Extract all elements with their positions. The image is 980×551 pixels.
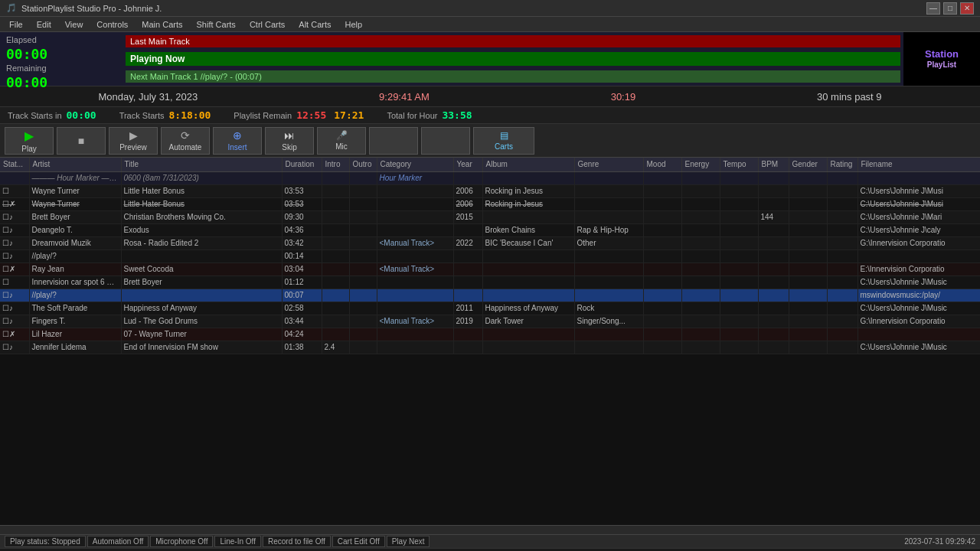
stop-button[interactable]: ■ — [57, 127, 106, 155]
play-button[interactable]: ▶ Play — [5, 127, 54, 155]
cell-gender — [789, 249, 827, 262]
cell-energy — [681, 315, 720, 328]
table-row[interactable]: ☐♪Deangelo T.Exodus04:36Broken ChainsRap… — [0, 223, 980, 236]
header-bpm: BPM — [758, 158, 789, 171]
table-row[interactable]: ☐✗Lil Hazer07 - Wayne Turner04:24 — [0, 328, 980, 341]
table-row[interactable]: ☐Wayne TurnerLittle Hater Bonus03:532006… — [0, 184, 980, 197]
table-row[interactable]: ☐✗Wayne TurnerLittle Hater Bonus03:53200… — [0, 197, 980, 210]
table-row[interactable]: ☐♪Brett BoyerChristian Brothers Moving C… — [0, 210, 980, 223]
skip-icon: ⏭ — [284, 129, 295, 142]
cell-filename: C:\Users\Johnnie J\Musi — [858, 184, 980, 197]
table-row[interactable]: ☐✗Ray JeanSweet Cocoda03:04<Manual Track… — [0, 262, 980, 276]
menu-edit[interactable]: Edit — [31, 18, 57, 31]
cell-bpm — [758, 223, 789, 236]
cell-outro — [349, 210, 377, 223]
cell-energy — [681, 171, 720, 184]
table-row[interactable]: ☐Innervision car spot 6 10 2016Brett Boy… — [0, 276, 980, 289]
carts-button[interactable]: ▤ Carts — [473, 127, 534, 155]
cell-intro — [322, 236, 349, 249]
play-icon: ▶ — [24, 129, 34, 143]
cell-tempo — [720, 236, 758, 249]
cell-duration: 00:07 — [282, 289, 322, 302]
cell-filename: C:\Users\Johnnie J\Music — [858, 341, 980, 354]
cell-rating — [827, 184, 858, 197]
last-main-track-label: Last Main Track — [130, 37, 190, 46]
cell-duration: 09:30 — [282, 210, 322, 223]
cell-bpm — [758, 315, 789, 328]
menu-alt-carts[interactable]: Alt Carts — [292, 18, 337, 31]
cell-status: ☐♪ — [0, 341, 29, 354]
cell-rating — [827, 276, 858, 289]
table-row[interactable]: ☐♪Dreamvoid MuzikRosa - Radio Edited 203… — [0, 236, 980, 249]
insert-button[interactable]: ⊕ Insert — [213, 127, 262, 155]
insert-label: Insert — [227, 143, 247, 152]
maximize-button[interactable]: □ — [943, 2, 957, 15]
table-row[interactable]: ——— Hour Marker ———0600 (8am 7/31/2023)H… — [0, 171, 980, 184]
cell-mood — [643, 249, 681, 262]
cell-album — [482, 341, 574, 354]
app-title: StationPlaylist Studio Pro - Johnnie J. — [21, 4, 162, 13]
cell-gender — [789, 262, 827, 276]
blank-button-1[interactable] — [369, 127, 418, 155]
menu-main-carts[interactable]: Main Carts — [136, 18, 188, 31]
close-button[interactable]: ✕ — [960, 2, 974, 15]
cell-energy — [681, 223, 720, 236]
cell-bpm — [758, 171, 789, 184]
menu-controls[interactable]: Controls — [90, 18, 134, 31]
cell-tempo — [720, 262, 758, 276]
cell-tempo — [720, 289, 758, 302]
status-microphone: Microphone Off — [150, 536, 213, 547]
cell-title: Rosa - Radio Edited 2 — [121, 236, 282, 249]
menu-file[interactable]: File — [3, 18, 29, 31]
cell-year: 2006 — [453, 184, 482, 197]
table-row[interactable]: ☐♪//play/?00:14 — [0, 249, 980, 262]
cell-year — [453, 171, 482, 184]
menu-ctrl-carts[interactable]: Ctrl Carts — [243, 18, 291, 31]
cell-rating — [827, 302, 858, 315]
minimize-button[interactable]: — — [926, 2, 940, 15]
cell-mood — [643, 276, 681, 289]
cell-genre — [574, 289, 643, 302]
automate-label: Automate — [169, 143, 202, 152]
cell-filename: G:\Innervision Corporatio — [858, 315, 980, 328]
cell-status — [0, 171, 29, 184]
cell-energy — [681, 262, 720, 276]
cell-artist: The Soft Parade — [29, 302, 121, 315]
play-label: Play — [21, 145, 36, 153]
menu-shift-carts[interactable]: Shift Carts — [191, 18, 242, 31]
cell-energy — [681, 184, 720, 197]
header-gender: Gender — [789, 158, 827, 171]
table-row[interactable]: ☐♪//play/?00:07mswindowsmusic:/play/ — [0, 289, 980, 302]
horizontal-scrollbar[interactable] — [0, 525, 980, 534]
table-row[interactable]: ☐♪The Soft ParadeHappiness of Anyway02:5… — [0, 302, 980, 315]
time-display: 9:29:41 AM — [379, 91, 430, 103]
cell-genre — [574, 249, 643, 262]
cell-album — [482, 262, 574, 276]
cell-category — [377, 276, 453, 289]
header-album: Album — [482, 158, 574, 171]
automate-button[interactable]: ⟳ Automate — [161, 127, 210, 155]
cell-duration: 02:58 — [282, 302, 322, 315]
table-row[interactable]: ☐♪Fingers T.Lud - The God Drums03:44<Man… — [0, 315, 980, 328]
blank-button-2[interactable] — [421, 127, 470, 155]
mic-button[interactable]: 🎤 Mic — [317, 127, 366, 155]
info-bar: Elapsed 00:00 Remaining 00:00 Last Main … — [0, 32, 980, 86]
cell-status: ☐✗ — [0, 197, 29, 210]
playlist-remain: Playlist Remain 12:55 17:21 — [234, 109, 364, 121]
table-row[interactable]: ☐♪Jennifer LidemaEnd of Innervision FM s… — [0, 341, 980, 354]
menu-help[interactable]: Help — [339, 18, 369, 31]
status-automation: Automation Off — [87, 536, 149, 547]
header-year: Year — [453, 158, 482, 171]
cell-genre — [574, 210, 643, 223]
skip-button[interactable]: ⏭ Skip — [265, 127, 314, 155]
preview-button[interactable]: ▶ Preview — [109, 127, 158, 155]
playlist-table[interactable]: Stat... Artist Title Duration Intro Outr… — [0, 158, 980, 525]
cell-tempo — [720, 249, 758, 262]
title-bar-left: 🎵 StationPlaylist Studio Pro - Johnnie J… — [6, 3, 162, 13]
cell-intro — [322, 302, 349, 315]
header-energy: Energy — [681, 158, 720, 171]
preview-icon: ▶ — [129, 129, 138, 142]
mic-label: Mic — [335, 142, 348, 151]
menu-view[interactable]: View — [59, 18, 90, 31]
header-rating: Rating — [827, 158, 858, 171]
